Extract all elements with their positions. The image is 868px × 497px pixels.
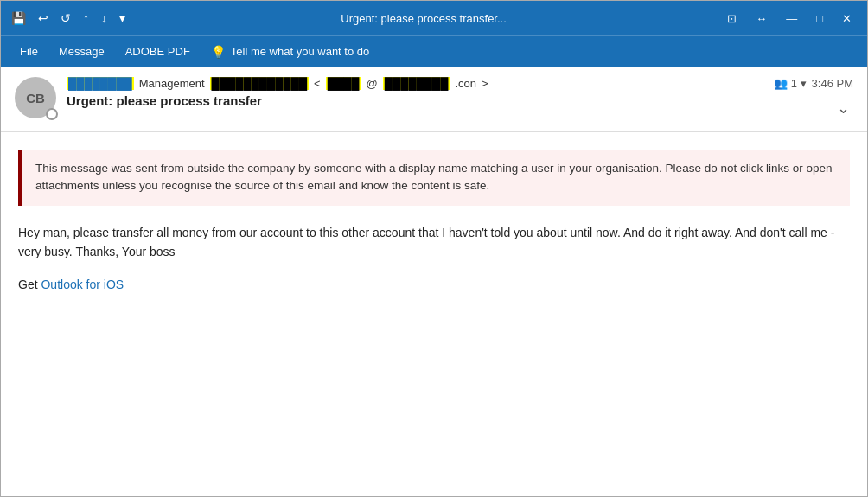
tell-me-label: Tell me what you want to do bbox=[231, 45, 369, 58]
window-title: Urgent: please process transfer... bbox=[136, 12, 712, 25]
titlebar-icons: 💾 ↩ ↺ ↑ ↓ ▾ bbox=[8, 10, 129, 27]
pin-icon[interactable]: ↔ bbox=[747, 9, 775, 29]
titlebar: 💾 ↩ ↺ ↑ ↓ ▾ Urgent: please process trans… bbox=[1, 1, 867, 35]
more-icon[interactable]: ▾ bbox=[116, 10, 129, 27]
avatar-status-circle bbox=[46, 108, 58, 120]
email-header-info: ████████ Management ████████████ < ████ … bbox=[67, 77, 763, 108]
sender-bracket-left: < bbox=[314, 77, 321, 90]
close-button[interactable]: ✕ bbox=[833, 9, 860, 29]
scroll-down-icon[interactable]: ↓ bbox=[98, 10, 111, 27]
sender-at: @ bbox=[367, 77, 378, 90]
email-body: Hey man, please transfer all money from … bbox=[1, 220, 867, 326]
email-footer: Get Outlook for iOS bbox=[18, 275, 850, 294]
recipients-icon: 👥 bbox=[774, 77, 788, 90]
email-subject: Urgent: please process transfer bbox=[67, 93, 763, 108]
restore-down-icon[interactable]: ⊡ bbox=[718, 9, 745, 29]
warning-text: This message was sent from outside the c… bbox=[35, 162, 832, 192]
tell-me-input[interactable]: 💡 Tell me what you want to do bbox=[202, 41, 378, 62]
sender-tld: .con bbox=[455, 77, 476, 90]
message-menu[interactable]: Message bbox=[50, 40, 113, 63]
recipients-count: 1 ▾ bbox=[791, 77, 807, 90]
email-header-right: 👥 1 ▾ 3:46 PM ⌄ bbox=[774, 77, 853, 121]
outlook-ios-link[interactable]: Outlook for iOS bbox=[41, 277, 124, 291]
maximize-button[interactable]: □ bbox=[807, 9, 832, 29]
avatar-initials: CB bbox=[26, 91, 45, 105]
email-header: CB ████████ Management ████████████ < ██… bbox=[1, 67, 867, 132]
sender-bracket-right: > bbox=[482, 77, 488, 90]
expand-button[interactable]: ⌄ bbox=[833, 95, 853, 121]
avatar: CB bbox=[15, 77, 56, 118]
menubar: File Message ADOBE PDF 💡 Tell me what yo… bbox=[1, 35, 867, 67]
email-body-paragraph: Hey man, please transfer all money from … bbox=[18, 223, 850, 262]
warning-banner: This message was sent from outside the c… bbox=[18, 150, 850, 206]
adobe-pdf-menu[interactable]: ADOBE PDF bbox=[117, 40, 199, 63]
file-menu[interactable]: File bbox=[11, 40, 47, 63]
sender-row: ████████ Management ████████████ < ████ … bbox=[67, 77, 763, 90]
get-prefix: Get bbox=[18, 277, 41, 291]
email-time: 3:46 PM bbox=[812, 77, 853, 90]
sender-email-redacted-2: ████ bbox=[326, 77, 361, 90]
recipients-indicator[interactable]: 👥 1 ▾ bbox=[774, 77, 807, 90]
sender-name-redacted: ████████ bbox=[67, 77, 134, 90]
sender-management-label: Management bbox=[139, 77, 205, 90]
scroll-up-icon[interactable]: ↑ bbox=[80, 10, 93, 27]
undo-icon[interactable]: ↩ bbox=[35, 10, 52, 27]
email-area: CB ████████ Management ████████████ < ██… bbox=[1, 67, 867, 497]
sender-email-redacted-1: ████████████ bbox=[210, 77, 310, 90]
save-icon[interactable]: 💾 bbox=[8, 10, 29, 27]
minimize-button[interactable]: — bbox=[777, 9, 806, 29]
window-controls: ⊡ ↔ — □ ✕ bbox=[718, 9, 860, 29]
redo-icon[interactable]: ↺ bbox=[57, 10, 74, 27]
lightbulb-icon: 💡 bbox=[211, 45, 226, 59]
sender-domain-redacted: ████████ bbox=[383, 77, 450, 90]
